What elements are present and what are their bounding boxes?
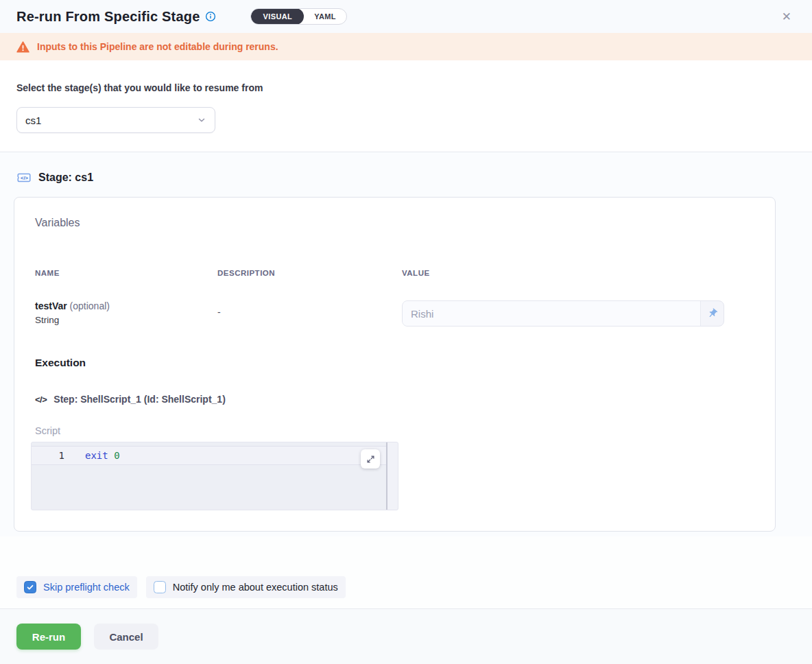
dialog-header: Re-run From Specific Stage VISUAL YAML ✕ — [0, 0, 812, 33]
code-icon: </> — [35, 394, 47, 405]
pin-button[interactable] — [701, 301, 724, 326]
notify-me-option[interactable]: Notify only me about execution status — [146, 576, 346, 598]
stage-detail-section: </> Stage: cs1 Variables NAME DESCRIPTIO… — [0, 152, 812, 536]
code-value: 0 — [114, 450, 119, 461]
svg-text:</>: </> — [21, 175, 28, 181]
script-label: Script — [35, 425, 754, 436]
skip-preflight-option[interactable]: Skip preflight check — [16, 576, 137, 598]
stage-icon: </> — [16, 170, 32, 185]
code-keyword: exit — [85, 450, 108, 461]
info-icon[interactable] — [205, 11, 216, 22]
warning-message: Inputs to this Pipeline are not editable… — [37, 41, 278, 52]
column-value: VALUE — [402, 269, 754, 277]
page-title: Re-run From Specific Stage — [16, 9, 200, 25]
warning-icon — [16, 41, 29, 53]
variables-title: Variables — [35, 217, 754, 229]
variable-description: - — [217, 300, 402, 318]
close-icon[interactable]: ✕ — [778, 8, 796, 25]
notify-me-label: Notify only me about execution status — [173, 582, 338, 593]
stage-select-dropdown[interactable]: cs1 — [16, 107, 215, 133]
variable-name-cell: testVar (optional) String — [35, 300, 217, 325]
variable-name: testVar — [35, 300, 67, 311]
warning-banner: Inputs to this Pipeline are not editable… — [0, 33, 812, 60]
step-row: </> Step: ShellScript_1 (Id: ShellScript… — [35, 394, 754, 405]
stage-heading: </> Stage: cs1 — [14, 170, 796, 185]
stage-card: Variables NAME DESCRIPTION VALUE testVar… — [14, 197, 776, 532]
notify-me-checkbox[interactable] — [154, 581, 166, 593]
line-number: 1 — [32, 450, 78, 461]
variable-value-field — [402, 300, 724, 327]
check-icon — [26, 583, 34, 591]
pin-icon — [704, 306, 720, 322]
step-label: Step: ShellScript_1 (Id: ShellScript_1) — [53, 394, 226, 405]
tab-visual[interactable]: VISUAL — [251, 8, 304, 25]
variables-table-header: NAME DESCRIPTION VALUE — [35, 269, 754, 277]
check-icon — [156, 583, 164, 591]
cancel-button[interactable]: Cancel — [94, 624, 158, 650]
stage-heading-label: Stage: cs1 — [38, 171, 93, 184]
script-line: 1 exit 0 — [32, 447, 387, 464]
expand-icon — [366, 455, 375, 464]
skip-preflight-checkbox[interactable] — [24, 581, 36, 593]
stage-select-value: cs1 — [25, 115, 41, 126]
variable-optional-tag: (optional) — [70, 300, 110, 311]
run-options-section: Skip preflight check Notify only me abou… — [0, 536, 812, 609]
column-name: NAME — [35, 269, 217, 277]
skip-preflight-label: Skip preflight check — [43, 582, 130, 593]
variable-value-input[interactable] — [403, 301, 701, 326]
execution-title: Execution — [35, 357, 754, 369]
rerun-button[interactable]: Re-run — [16, 624, 81, 650]
stage-select-section: Select the stage(s) that you would like … — [0, 60, 812, 152]
expand-button[interactable] — [361, 449, 380, 469]
chevron-down-icon — [197, 115, 206, 125]
column-description: DESCRIPTION — [217, 269, 402, 277]
stage-select-label: Select the stage(s) that you would like … — [16, 82, 796, 93]
editor-scrollbar[interactable] — [386, 442, 398, 510]
variable-type: String — [35, 315, 217, 325]
tab-yaml[interactable]: YAML — [304, 8, 346, 25]
variable-row: testVar (optional) String - — [35, 300, 754, 327]
visual-yaml-toggle: VISUAL YAML — [250, 8, 347, 25]
script-editor[interactable]: 1 exit 0 — [31, 442, 398, 510]
dialog-footer: Re-run Cancel — [0, 609, 812, 664]
